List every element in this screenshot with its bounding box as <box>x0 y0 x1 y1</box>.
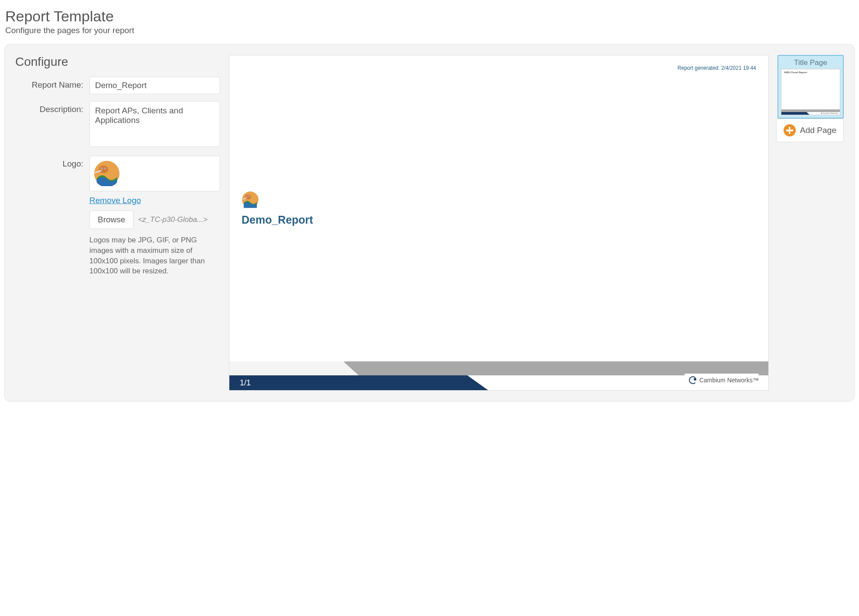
logo-help-text: Logos may be JPG, GIF, or PNG images wit… <box>89 235 220 276</box>
main-panel: Configure Report Name: Description: Logo… <box>4 44 855 402</box>
page-preview: Report generated: 2/4/2021 19:44 Demo_Re… <box>229 55 769 391</box>
add-page-label: Add Page <box>800 126 836 135</box>
thumbnail-label: Title Page <box>781 58 840 67</box>
pages-sidebar: Title Page XMS-Cloud Report ◐ Cambium Ne… <box>777 55 844 142</box>
logo-label: Logo: <box>15 156 89 169</box>
generated-timestamp: Report generated: 2/4/2021 19:44 <box>678 65 756 71</box>
configure-column: Configure Report Name: Description: Logo… <box>15 55 220 283</box>
page-title: Report Template <box>5 8 855 25</box>
description-label: Description: <box>15 101 89 114</box>
thumbnail-brand-icon: ◐ Cambium Networks <box>821 112 838 114</box>
svg-point-8 <box>245 194 251 199</box>
logo-image <box>93 160 120 187</box>
page-indicator: 1/1 <box>240 378 251 388</box>
cambium-brand-text: Cambium Networks™ <box>699 377 759 384</box>
globe-icon <box>242 191 259 208</box>
add-page-button[interactable]: Add Page <box>776 119 844 142</box>
page-subtitle: Configure the pages for your report <box>5 26 855 35</box>
svg-point-11 <box>247 196 247 196</box>
configure-heading: Configure <box>15 55 220 69</box>
description-textarea[interactable] <box>89 101 220 147</box>
cambium-logo: Cambium Networks™ <box>685 374 759 387</box>
svg-point-4 <box>101 168 102 169</box>
thumbnail-mini-title: XMS-Cloud Report <box>784 71 807 74</box>
svg-point-1 <box>99 166 108 173</box>
report-name-input[interactable] <box>89 77 220 94</box>
logo-preview-box <box>89 156 220 191</box>
svg-point-12 <box>249 196 249 196</box>
preview-report-title: Demo_Report <box>242 214 313 226</box>
preview-footer: 1/1 Cambium Networks™ <box>229 361 768 390</box>
page-thumbnail-title[interactable]: Title Page XMS-Cloud Report ◐ Cambium Ne… <box>777 55 844 119</box>
selected-file-name: <z_TC-p30-Globa...> <box>138 215 208 224</box>
svg-point-5 <box>105 168 106 169</box>
plus-icon <box>784 124 796 136</box>
browse-button[interactable]: Browse <box>89 211 133 229</box>
report-name-label: Report Name: <box>15 77 89 90</box>
cambium-swirl-icon <box>689 376 697 384</box>
globe-icon <box>93 160 120 187</box>
preview-logo <box>242 191 259 208</box>
thumbnail-preview: XMS-Cloud Report ◐ Cambium Networks <box>781 69 840 115</box>
remove-logo-link[interactable]: Remove Logo <box>89 196 141 205</box>
